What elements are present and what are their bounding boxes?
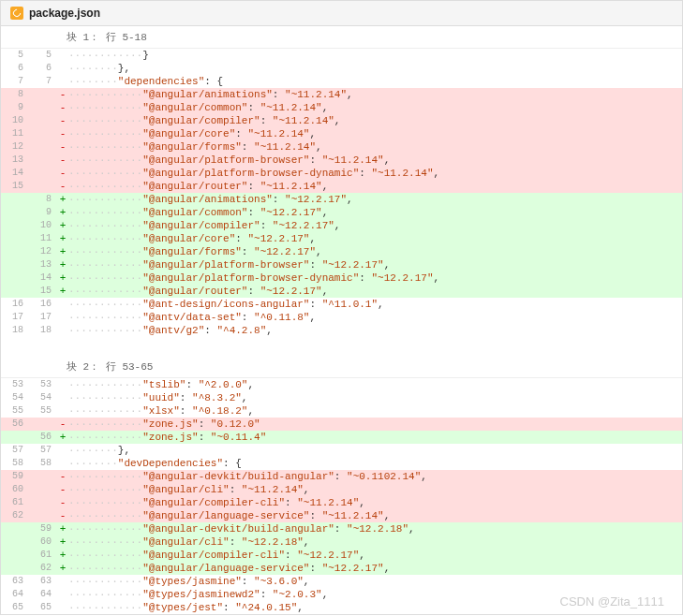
diff-line[interactable]: 10+············"@angular/compiler": "~12… [1, 219, 682, 232]
diff-line[interactable]: 5353············"tslib": "^2.0.0", [1, 378, 682, 391]
code-content: ············"@angular/cli": "~12.2.18", [68, 535, 682, 549]
code-content: ············"@angular/platform-browser":… [68, 258, 682, 271]
diff-line[interactable]: 10-············"@angular/compiler": "~11… [1, 114, 682, 127]
diff-sign: - [57, 418, 68, 431]
diff-line[interactable]: 12-············"@angular/forms": "~11.2.… [1, 140, 682, 154]
diff-line[interactable]: 61-············"@angular/compiler-cli": … [1, 496, 682, 509]
new-line-number [29, 101, 57, 114]
diff-line[interactable]: 12+············"@angular/forms": "~12.2.… [1, 245, 682, 258]
diff-line[interactable]: 11-············"@angular/core": "~11.2.1… [1, 127, 682, 140]
new-line-number: 62 [29, 562, 57, 575]
new-line-number [29, 418, 57, 431]
diff-line[interactable]: 5555············"xlsx": "^0.18.2", [1, 404, 682, 418]
new-line-number [29, 154, 57, 167]
code-content: ············"@antv/data-set": "^0.11.8", [68, 311, 682, 324]
old-line-number: 5 [1, 49, 29, 62]
code-content: ············"tslib": "^2.0.0", [68, 378, 682, 391]
new-line-number: 12 [29, 245, 57, 258]
diff-sign: - [57, 114, 68, 127]
diff-line[interactable]: 55············} [1, 49, 682, 62]
code-content: ············"@angular/core": "~12.2.17", [68, 232, 682, 245]
diff-line[interactable]: 1818············"@antv/g2": "^4.2.8", [1, 324, 682, 337]
diff-line[interactable]: 14+············"@angular/platform-browse… [1, 271, 682, 285]
new-line-number [29, 167, 57, 180]
diff-line[interactable]: 60-············"@angular/cli": "~11.2.14… [1, 483, 682, 496]
diff-line[interactable]: 62-············"@angular/language-servic… [1, 509, 682, 522]
old-line-number [1, 522, 29, 535]
code-content: ············"@angular-devkit/build-angul… [68, 470, 682, 483]
new-line-number [29, 509, 57, 522]
new-line-number [29, 180, 57, 193]
diff-line[interactable]: 62+············"@angular/language-servic… [1, 562, 682, 575]
old-line-number: 56 [1, 418, 29, 431]
old-line-number: 55 [1, 404, 29, 418]
old-line-number [1, 549, 29, 562]
diff-line[interactable]: 66········}, [1, 62, 682, 75]
diff-sign: - [57, 509, 68, 522]
diff-line[interactable]: 1717············"@antv/data-set": "^0.11… [1, 311, 682, 324]
new-line-number [29, 127, 57, 140]
diff-line[interactable]: 13-············"@angular/platform-browse… [1, 154, 682, 167]
old-line-number: 11 [1, 127, 29, 140]
diff-sign [57, 49, 68, 62]
diff-line[interactable]: 60+············"@angular/cli": "~12.2.18… [1, 535, 682, 549]
diff-line[interactable]: 61+············"@angular/compiler-cli": … [1, 549, 682, 562]
diff-line[interactable]: 5858········"devDependencies": { [1, 457, 682, 470]
code-content: ············"@angular/language-service":… [68, 562, 682, 575]
diff-line[interactable]: 59+············"@angular-devkit/build-an… [1, 522, 682, 535]
code-content: ············"zone.js": "~0.11.4" [68, 431, 682, 444]
diff-sign: + [57, 285, 68, 298]
diff-line[interactable]: 9+············"@angular/common": "~12.2.… [1, 206, 682, 219]
diff-sign [57, 588, 68, 601]
diff-line[interactable]: 6363············"@types/jasmine": "~3.6.… [1, 575, 682, 588]
diff-line[interactable]: 5454············"uuid": "^8.3.2", [1, 391, 682, 404]
diff-line[interactable]: 15-············"@angular/router": "~11.2… [1, 180, 682, 193]
diff-line[interactable]: 15+············"@angular/router": "~12.2… [1, 285, 682, 298]
diff-sign: + [57, 271, 68, 285]
new-line-number: 58 [29, 457, 57, 470]
diff-sign: - [57, 127, 68, 140]
old-line-number: 6 [1, 62, 29, 75]
old-line-number [1, 245, 29, 258]
diff-line[interactable]: 11+············"@angular/core": "~12.2.1… [1, 232, 682, 245]
diff-line[interactable]: 8+············"@angular/animations": "~1… [1, 193, 682, 206]
diff-sign [57, 75, 68, 88]
new-line-number: 63 [29, 575, 57, 588]
hunk-header: 块 2： 行 53-65 [1, 356, 682, 378]
code-content: ············"@angular/compiler": "~11.2.… [68, 114, 682, 127]
old-line-number: 53 [1, 378, 29, 391]
diff-line[interactable]: 8-············"@angular/animations": "~1… [1, 88, 682, 101]
diff-sign [57, 457, 68, 470]
old-line-number: 10 [1, 114, 29, 127]
old-line-number [1, 562, 29, 575]
new-line-number: 8 [29, 193, 57, 206]
diff-line[interactable]: 13+············"@angular/platform-browse… [1, 258, 682, 271]
diff-line[interactable]: 56-············"zone.js": "0.12.0" [1, 418, 682, 431]
old-line-number [1, 271, 29, 285]
diff-line[interactable]: 56+············"zone.js": "~0.11.4" [1, 431, 682, 444]
diff-block: 5353············"tslib": "^2.0.0",5454··… [1, 378, 682, 614]
diff-line[interactable]: 77········"dependencies": { [1, 75, 682, 88]
new-line-number: 5 [29, 49, 57, 62]
file-header[interactable]: package.json [1, 1, 682, 26]
diff-sign: + [57, 562, 68, 575]
diff-sign: - [57, 470, 68, 483]
code-content: ········}, [68, 444, 682, 457]
code-content: ············"uuid": "^8.3.2", [68, 391, 682, 404]
code-content: ············"@angular/animations": "~11.… [68, 88, 682, 101]
diff-line[interactable]: 59-············"@angular-devkit/build-an… [1, 470, 682, 483]
diff-line[interactable]: 14-············"@angular/platform-browse… [1, 167, 682, 180]
diff-sign: + [57, 535, 68, 549]
new-line-number: 15 [29, 285, 57, 298]
diff-sign: + [57, 431, 68, 444]
new-line-number: 53 [29, 378, 57, 391]
old-line-number [1, 219, 29, 232]
diff-sign: + [57, 549, 68, 562]
diff-line[interactable]: 5757········}, [1, 444, 682, 457]
old-line-number: 61 [1, 496, 29, 509]
old-line-number [1, 258, 29, 271]
diff-line[interactable]: 1616············"@ant-design/icons-angul… [1, 298, 682, 311]
diff-sign: + [57, 232, 68, 245]
old-line-number [1, 206, 29, 219]
diff-line[interactable]: 9-············"@angular/common": "~11.2.… [1, 101, 682, 114]
